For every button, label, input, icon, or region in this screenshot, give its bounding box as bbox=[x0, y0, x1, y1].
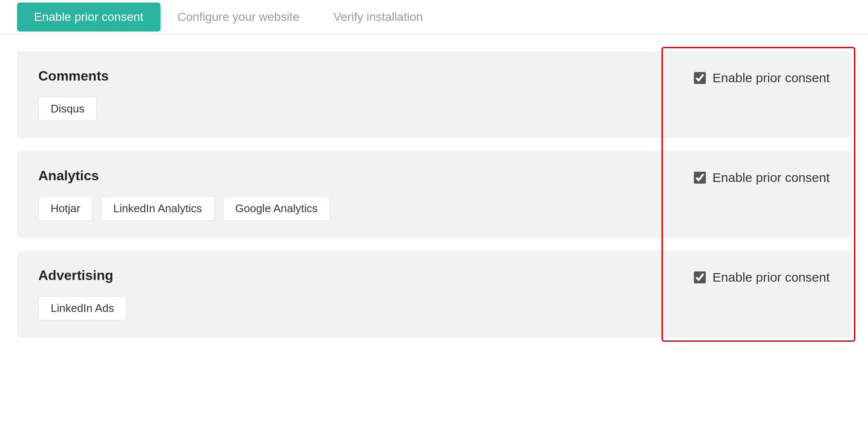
sections-container: Comments Disqus Enable prior consent Ana… bbox=[17, 51, 851, 337]
advertising-right: Enable prior consent bbox=[659, 268, 830, 285]
advertising-consent-checkbox[interactable] bbox=[694, 271, 706, 283]
tag-linkedin-analytics: LinkedIn Analytics bbox=[101, 196, 214, 221]
comments-consent-label: Enable prior consent bbox=[713, 71, 830, 85]
tab-configure-website[interactable]: Configure your website bbox=[160, 3, 316, 32]
tab-verify-installation[interactable]: Verify installation bbox=[316, 3, 440, 32]
advertising-consent-label: Enable prior consent bbox=[713, 270, 830, 285]
advertising-section: Advertising LinkedIn Ads Enable prior co… bbox=[17, 251, 851, 337]
tab-bar: Enable prior consent Configure your webs… bbox=[0, 0, 868, 34]
analytics-title: Analytics bbox=[38, 168, 659, 184]
comments-right: Enable prior consent bbox=[659, 68, 830, 85]
comments-left: Comments Disqus bbox=[38, 68, 659, 121]
comments-section: Comments Disqus Enable prior consent bbox=[17, 51, 851, 138]
tag-google-analytics: Google Analytics bbox=[223, 196, 330, 221]
tag-disqus: Disqus bbox=[38, 97, 97, 121]
comments-title: Comments bbox=[38, 68, 659, 84]
analytics-consent-label: Enable prior consent bbox=[713, 170, 830, 185]
tag-linkedin-ads: LinkedIn Ads bbox=[38, 296, 126, 320]
main-content: Comments Disqus Enable prior consent Ana… bbox=[0, 34, 868, 367]
tag-hotjar: Hotjar bbox=[38, 196, 92, 221]
tab-enable-prior-consent[interactable]: Enable prior consent bbox=[17, 3, 160, 32]
advertising-tags: LinkedIn Ads bbox=[38, 296, 659, 320]
advertising-left: Advertising LinkedIn Ads bbox=[38, 268, 659, 320]
analytics-tags: Hotjar LinkedIn Analytics Google Analyti… bbox=[38, 196, 659, 221]
advertising-title: Advertising bbox=[38, 268, 659, 283]
comments-tags: Disqus bbox=[38, 97, 659, 121]
analytics-left: Analytics Hotjar LinkedIn Analytics Goog… bbox=[38, 168, 659, 221]
analytics-section: Analytics Hotjar LinkedIn Analytics Goog… bbox=[17, 151, 851, 238]
analytics-consent-checkbox[interactable] bbox=[694, 172, 706, 184]
comments-consent-checkbox[interactable] bbox=[694, 72, 706, 84]
analytics-right: Enable prior consent bbox=[659, 168, 830, 185]
